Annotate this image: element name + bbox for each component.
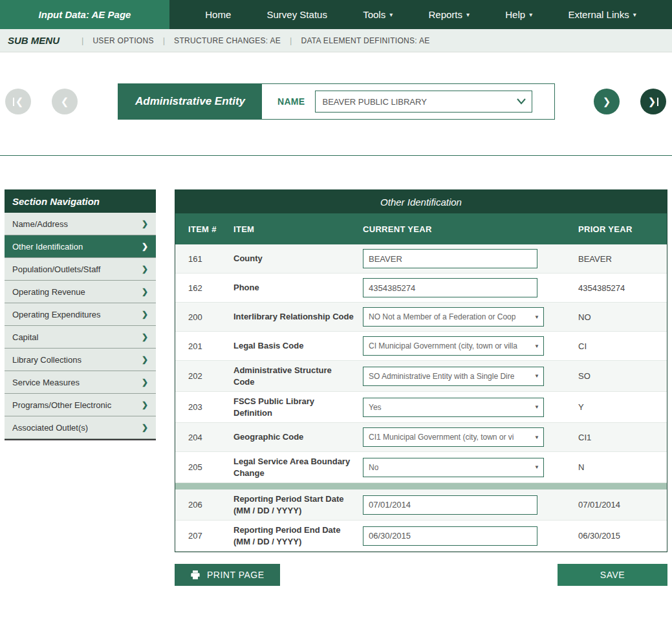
current-year-cell — [363, 249, 578, 268]
sub-menu: SUB MENU |USER OPTIONS|STRUCTURE CHANGES… — [0, 29, 672, 52]
chevron-right-icon: ❯ — [142, 219, 148, 228]
col-item-number: ITEM # — [188, 224, 233, 234]
table-row: 207Reporting Period End Date (MM / DD / … — [175, 521, 667, 552]
item-label: Administrative Structure Code — [233, 365, 363, 387]
col-prior-year: PRIOR YEAR — [578, 224, 660, 234]
sidebar-item-label: Associated Outlet(s) — [12, 423, 88, 433]
caret-down-icon: ▾ — [529, 11, 532, 18]
chevron-right-icon: ❯ — [142, 423, 148, 432]
table-row: 202Administrative Structure CodeSO Admin… — [175, 361, 667, 392]
nav-item-home[interactable]: Home — [205, 9, 231, 20]
submenu-item[interactable]: USER OPTIONS — [92, 36, 153, 45]
item-number: 162 — [188, 283, 233, 293]
last-record-button[interactable]: ❯ — [640, 89, 666, 114]
current-year-input[interactable] — [363, 278, 537, 297]
nav-item-label: Home — [205, 9, 231, 20]
item-number: 207 — [188, 531, 233, 541]
sidebar-item-library-collections[interactable]: Library Collections❯ — [5, 349, 156, 371]
current-year-cell: Yes▼ — [363, 398, 578, 417]
tab-input-data-ae-page[interactable]: Input Data: AE Page — [0, 0, 169, 29]
sidebar-item-name-address[interactable]: Name/Address❯ — [5, 213, 156, 235]
caret-down-icon: ▼ — [534, 373, 539, 379]
table-row: 161CountyBEAVER — [175, 244, 667, 274]
first-record-button[interactable]: ❮ — [5, 89, 31, 114]
current-year-input[interactable] — [363, 249, 537, 268]
item-label: County — [233, 253, 363, 264]
item-number: 201 — [188, 341, 233, 351]
chevron-right-icon: ❯ — [142, 378, 148, 387]
current-year-select[interactable]: No▼ — [363, 458, 544, 477]
prior-year-value: SO — [578, 371, 660, 381]
item-label: Phone — [233, 282, 363, 294]
table-row: 206Reporting Period Start Date (MM / DD … — [175, 490, 667, 521]
print-page-label: PRINT PAGE — [207, 570, 265, 580]
print-page-button[interactable]: PRINT PAGE — [175, 564, 280, 586]
col-item: ITEM — [233, 224, 363, 234]
top-nav-items: HomeSurvey StatusTools▾Reports▾Help▾Exte… — [169, 0, 672, 29]
item-label: FSCS Public Library Definition — [233, 396, 363, 418]
entity-name-select[interactable]: BEAVER PUBLIC LIBRARY — [315, 91, 532, 113]
item-label: Geographic Code — [233, 431, 363, 443]
item-number: 204 — [188, 433, 233, 442]
first-record-icon — [13, 98, 14, 106]
current-year-cell: CI Municipal Government (city, town or v… — [363, 336, 578, 356]
submenu-item[interactable]: DATA ELEMENT DEFINITIONS: AE — [301, 36, 429, 45]
current-year-select[interactable]: CI1 Municipal Government (city, town or … — [363, 427, 544, 447]
table-row: 201Legal Basis CodeCI Municipal Governme… — [175, 332, 667, 361]
save-button[interactable]: SAVE — [558, 564, 667, 586]
printer-icon — [190, 570, 201, 580]
chevron-right-icon: ❯ — [142, 287, 148, 296]
sidebar-item-label: Population/Outlets/Staff — [12, 264, 100, 274]
nav-item-survey-status[interactable]: Survey Status — [267, 9, 327, 20]
select-value: No — [369, 463, 378, 472]
nav-item-label: External Links — [568, 9, 629, 20]
current-year-input[interactable] — [363, 526, 537, 546]
sidebar-item-operating-expenditures[interactable]: Operating Expenditures❯ — [5, 303, 156, 326]
item-label: Legal Service Area Boundary Change — [233, 456, 363, 479]
nav-item-label: Reports — [428, 9, 462, 20]
previous-record-button[interactable]: ❮ — [52, 89, 78, 114]
current-year-input[interactable] — [363, 495, 537, 515]
top-nav: Input Data: AE Page HomeSurvey StatusToo… — [0, 0, 672, 29]
prior-year-value: 4354385274 — [578, 283, 660, 293]
item-label: Reporting Period Start Date (MM / DD / Y… — [233, 493, 363, 516]
current-year-select[interactable]: SO Administrative Entity with a Single D… — [363, 367, 544, 386]
nav-item-tools[interactable]: Tools▾ — [363, 9, 393, 20]
submenu-item[interactable]: STRUCTURE CHANGES: AE — [174, 36, 281, 45]
caret-down-icon: ▼ — [534, 404, 539, 410]
sidebar-item-programs-other-electronic[interactable]: Programs/Other Electronic❯ — [5, 394, 156, 416]
sidebar-item-label: Capital — [12, 332, 38, 342]
section-navigation-sidebar: Section Navigation Name/Address❯Other Id… — [5, 189, 156, 440]
nav-item-external-links[interactable]: External Links▾ — [568, 9, 636, 20]
nav-item-label: Survey Status — [267, 9, 327, 20]
prior-year-value: Y — [578, 402, 660, 412]
select-value: SO Administrative Entity with a Single D… — [369, 372, 514, 381]
current-year-select[interactable]: NO Not a Member of a Federation or Coop▼ — [363, 307, 544, 327]
sidebar-item-operating-revenue[interactable]: Operating Revenue❯ — [5, 281, 156, 303]
sidebar-item-population-outlets-staff[interactable]: Population/Outlets/Staff❯ — [5, 258, 156, 281]
current-year-select[interactable]: Yes▼ — [363, 398, 544, 417]
nav-item-help[interactable]: Help▾ — [505, 9, 532, 20]
nav-item-reports[interactable]: Reports▾ — [428, 9, 470, 20]
caret-down-icon: ▼ — [534, 435, 539, 440]
chevron-right-icon: ❯ — [142, 242, 148, 251]
select-value: CI1 Municipal Government (city, town or … — [369, 433, 514, 442]
submenu-separator: | — [81, 36, 83, 45]
table-row: 203FSCS Public Library DefinitionYes▼Y — [175, 392, 667, 423]
sidebar-item-label: Other Identification — [12, 242, 83, 252]
sidebar-item-associated-outlet-s-[interactable]: Associated Outlet(s)❯ — [5, 416, 156, 439]
current-year-cell: No▼ — [363, 458, 578, 477]
item-label: Reporting Period End Date (MM / DD / YYY… — [233, 524, 363, 547]
sidebar-item-service-measures[interactable]: Service Measures❯ — [5, 371, 156, 394]
sidebar-item-other-identification[interactable]: Other Identification❯ — [5, 235, 156, 258]
prior-year-value: NO — [578, 312, 660, 322]
next-record-button[interactable]: ❯ — [594, 89, 620, 114]
page: Input Data: AE Page HomeSurvey StatusToo… — [0, 0, 672, 586]
current-year-cell — [363, 495, 578, 515]
sidebar-item-capital[interactable]: Capital❯ — [5, 326, 156, 349]
current-year-select[interactable]: CI Municipal Government (city, town or v… — [363, 336, 544, 356]
submenu-separator: | — [290, 36, 292, 45]
entity-nav-bar: ❮ ❮ Administrative Entity NAME BEAVER PU… — [5, 82, 667, 121]
chevron-down-icon — [516, 98, 526, 105]
sidebar-list: Name/Address❯Other Identification❯Popula… — [5, 213, 156, 440]
